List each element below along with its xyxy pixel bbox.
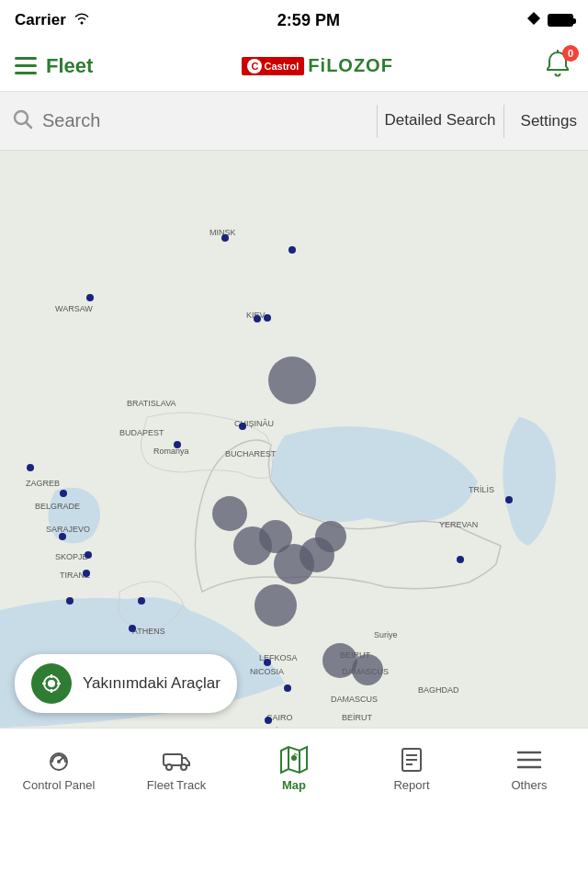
svg-point-38 (57, 760, 61, 763)
city-dot (264, 314, 271, 322)
castrol-logo: C Castrol (242, 57, 304, 75)
svg-text:BAGHDAD: BAGHDAD (418, 685, 459, 695)
svg-text:BUDAPEST: BUDAPEST (119, 428, 164, 437)
svg-point-30 (48, 680, 55, 687)
cluster-marker[interactable] (315, 521, 346, 552)
city-dot (174, 441, 181, 448)
svg-text:BRATISLAVA: BRATISLAVA (127, 399, 176, 408)
city-dot (59, 533, 66, 540)
svg-text:NICOSIA: NICOSIA (250, 667, 284, 676)
status-left: Carrier (15, 11, 90, 29)
tab-control-panel[interactable]: Control Panel (0, 738, 118, 799)
city-dot (60, 490, 67, 497)
city-dot (239, 423, 246, 430)
cluster-marker[interactable] (352, 654, 383, 685)
tab-map-label: Map (282, 778, 306, 792)
search-bar: Detailed Search Settings (0, 92, 588, 151)
notification-badge: 0 (562, 45, 579, 62)
svg-point-45 (291, 755, 297, 761)
svg-text:BEİRUT: BEİRUT (342, 713, 373, 722)
svg-rect-39 (164, 754, 182, 765)
cluster-marker[interactable] (268, 356, 316, 404)
cluster-marker[interactable] (254, 584, 297, 627)
svg-text:WARSAW: WARSAW (55, 304, 93, 313)
app-header: Fleet C Castrol FiLOZOF 0 (0, 40, 588, 92)
city-dot (457, 556, 464, 563)
city-dot (254, 315, 261, 322)
svg-text:DAMASCUS: DAMASCUS (331, 695, 378, 704)
city-dot (221, 234, 229, 242)
header-left: Fleet (15, 54, 93, 78)
city-dot (129, 625, 136, 632)
others-icon (514, 745, 544, 775)
truck-icon (162, 745, 191, 775)
search-divider-2 (503, 105, 504, 138)
status-right (527, 11, 573, 29)
city-dot (85, 551, 92, 559)
nearby-icon (31, 663, 72, 704)
city-dot (264, 659, 271, 666)
city-dot (284, 684, 291, 692)
detailed-search-button[interactable]: Detailed Search (385, 111, 496, 130)
app-title: Fleet (46, 54, 93, 78)
menu-button[interactable] (15, 57, 37, 74)
settings-button[interactable]: Settings (521, 112, 577, 130)
search-icon (11, 107, 33, 135)
nearby-label: Yakınımdaki Araçlar (83, 674, 220, 693)
tab-report-label: Report (393, 778, 429, 792)
gauge-icon (44, 745, 74, 775)
tab-map[interactable]: Map (235, 738, 353, 799)
svg-text:İsrail: İsrail (276, 727, 293, 728)
map-area[interactable]: MINSK WARSAW KIEV CHIȘINĂU Romanya BRATI… (0, 151, 588, 728)
city-dot (505, 496, 513, 503)
tab-fleet-track[interactable]: Fleet Track (118, 738, 235, 799)
svg-point-40 (166, 764, 172, 770)
carrier-label: Carrier (15, 11, 66, 29)
tab-fleet-track-label: Fleet Track (147, 778, 206, 792)
city-dot (265, 717, 272, 724)
svg-text:ATHENS: ATHENS (132, 627, 165, 636)
svg-text:BUCHAREST: BUCHAREST (225, 449, 277, 458)
svg-text:SARAJEVO: SARAJEVO (46, 525, 90, 534)
svg-line-2 (27, 122, 32, 128)
svg-text:ZAGREB: ZAGREB (26, 479, 60, 488)
search-input[interactable] (42, 110, 369, 131)
map-icon (279, 745, 309, 775)
map-svg: MINSK WARSAW KIEV CHIȘINĂU Romanya BRATI… (0, 151, 588, 728)
cluster-marker[interactable] (212, 496, 247, 531)
city-dot (27, 464, 34, 471)
battery-icon (548, 14, 573, 27)
svg-point-41 (181, 764, 187, 770)
tab-others-label: Others (511, 778, 547, 792)
city-dot (288, 246, 296, 254)
location-icon (527, 11, 540, 29)
search-input-wrap (11, 107, 369, 135)
tab-bar: Control Panel Fleet Track Map Report (0, 728, 588, 808)
svg-text:TRİLİS: TRİLİS (469, 485, 494, 494)
svg-text:Suriye: Suriye (374, 630, 398, 639)
report-icon (397, 745, 426, 775)
header-logo: C Castrol FiLOZOF (242, 55, 392, 76)
city-dot (86, 294, 94, 301)
city-dot (83, 570, 90, 577)
svg-text:YEREVAN: YEREVAN (439, 520, 478, 529)
wifi-icon (74, 11, 90, 29)
notification-button[interactable]: 0 (542, 49, 573, 84)
svg-text:BELGRADE: BELGRADE (35, 502, 80, 511)
city-dot (66, 597, 74, 605)
svg-text:Romanya: Romanya (153, 447, 189, 456)
status-time: 2:59 PM (277, 11, 340, 30)
status-bar: Carrier 2:59 PM (0, 0, 588, 40)
city-dot (138, 597, 145, 605)
search-divider (377, 105, 378, 138)
svg-text:SKOPJE: SKOPJE (55, 552, 88, 561)
filozof-logo: FiLOZOF (308, 55, 393, 76)
tab-report[interactable]: Report (353, 738, 470, 799)
nearby-vehicles-button[interactable]: Yakınımdaki Araçlar (15, 654, 237, 713)
tab-control-panel-label: Control Panel (23, 778, 96, 792)
tab-others[interactable]: Others (470, 738, 588, 799)
